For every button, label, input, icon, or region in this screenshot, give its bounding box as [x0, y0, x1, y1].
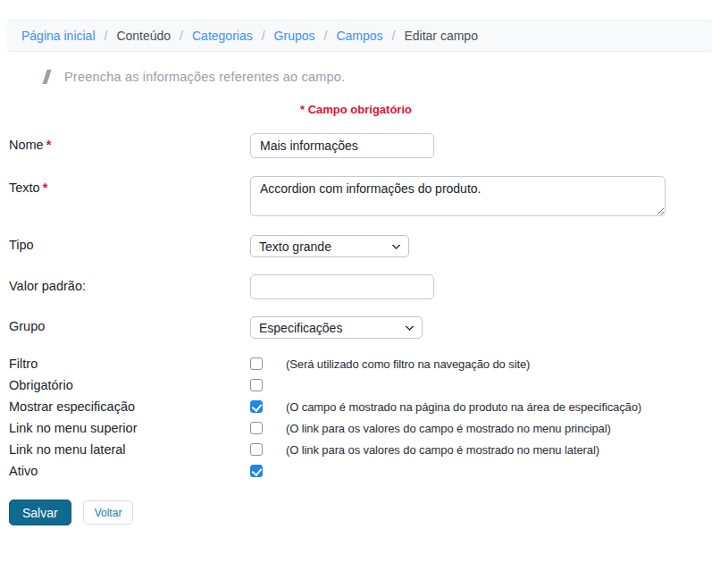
ativo-row: Ativo	[0, 464, 712, 485]
info-message-text: Preencha as informações referentes ao ca…	[64, 70, 345, 84]
link-menu-superior-label: Link no menu superior	[0, 421, 250, 436]
tipo-select[interactable]: Texto grande	[250, 235, 409, 257]
info-bar-icon	[42, 70, 51, 84]
save-button[interactable]: Salvar	[9, 500, 71, 525]
texto-label-text: Texto	[9, 181, 40, 195]
filtro-checkbox[interactable]	[250, 357, 263, 370]
breadcrumb-separator: /	[262, 29, 265, 43]
required-fields-note: * Campo obrigatório	[0, 103, 712, 116]
link-menu-lateral-row: Link no menu lateral (O link para os val…	[0, 442, 712, 464]
valor-padrao-input[interactable]	[250, 274, 434, 299]
texto-field-row: Texto* Accordion com informações do prod…	[0, 176, 712, 216]
breadcrumb-separator: /	[180, 29, 183, 43]
nome-label: Nome*	[0, 133, 250, 152]
breadcrumb-item-conteudo: Conteúdo	[116, 29, 171, 43]
required-asterisk: *	[43, 181, 48, 195]
valor-padrao-label: Valor padrão:	[0, 274, 250, 293]
valor-padrao-field-row: Valor padrão:	[0, 274, 712, 299]
mostrar-especificacao-row: Mostrar especificação (O campo é mostrad…	[0, 399, 712, 421]
breadcrumb-separator: /	[105, 29, 108, 43]
tipo-selected-value: Texto grande	[259, 239, 331, 254]
mostrar-especificacao-label: Mostrar especificação	[0, 399, 250, 415]
breadcrumb-separator: /	[324, 29, 328, 43]
back-button[interactable]: Voltar	[83, 500, 134, 525]
texto-textarea[interactable]: Accordion com informações do produto.	[250, 176, 666, 216]
link-menu-lateral-label: Link no menu lateral	[0, 442, 250, 458]
edit-field-form: Nome* Texto* Accordion com informações d…	[0, 133, 712, 525]
texto-label: Texto*	[0, 176, 250, 195]
grupo-selected-value: Especificações	[259, 321, 342, 335]
link-menu-superior-checkbox[interactable]	[250, 422, 263, 434]
grupo-label: Grupo	[0, 316, 250, 333]
link-menu-superior-row: Link no menu superior (O link para os va…	[0, 421, 712, 442]
form-actions: Salvar Voltar	[9, 500, 712, 525]
mostrar-especificacao-checkbox[interactable]	[250, 400, 263, 413]
ativo-checkbox[interactable]	[250, 465, 263, 477]
filtro-hint: (Será utilizado como filtro na navegação…	[286, 357, 530, 372]
filtro-label: Filtro	[0, 357, 250, 372]
breadcrumb: Página inicial / Conteúdo / Categorias /…	[7, 20, 712, 52]
required-asterisk: *	[46, 138, 52, 152]
nome-field-row: Nome*	[0, 133, 712, 158]
tipo-field-row: Tipo Texto grande	[0, 235, 712, 257]
obrigatorio-label: Obrigatório	[0, 378, 250, 393]
nome-input[interactable]	[250, 133, 434, 158]
link-menu-lateral-hint: (O link para os valores do campo é mostr…	[286, 442, 599, 458]
nome-label-text: Nome	[9, 138, 44, 152]
info-message-row: Preencha as informações referentes ao ca…	[45, 70, 712, 84]
link-menu-superior-hint: (O link para os valores do campo é mostr…	[286, 421, 611, 436]
breadcrumb-item-editar-campo: Editar campo	[404, 29, 477, 43]
grupo-field-row: Grupo Especificações	[0, 316, 712, 339]
breadcrumb-item-grupos[interactable]: Grupos	[274, 29, 315, 43]
ativo-label: Ativo	[0, 464, 250, 479]
breadcrumb-item-categorias[interactable]: Categorias	[192, 29, 253, 43]
breadcrumb-separator: /	[392, 29, 396, 43]
grupo-select[interactable]: Especificações	[250, 316, 423, 339]
valor-padrao-label-text: Valor padrão:	[9, 279, 86, 293]
filtro-row: Filtro (Será utilizado como filtro na na…	[0, 357, 712, 378]
obrigatorio-row: Obrigatório	[0, 378, 712, 399]
breadcrumb-item-pagina-inicial[interactable]: Página inicial	[21, 29, 96, 43]
tipo-label-text: Tipo	[9, 238, 34, 252]
breadcrumb-item-campos[interactable]: Campos	[336, 29, 382, 43]
link-menu-lateral-checkbox[interactable]	[250, 443, 263, 456]
grupo-label-text: Grupo	[9, 319, 45, 333]
tipo-label: Tipo	[0, 235, 250, 252]
obrigatorio-checkbox[interactable]	[250, 379, 263, 391]
mostrar-especificacao-hint: (O campo é mostrado na página do produto…	[286, 399, 641, 415]
